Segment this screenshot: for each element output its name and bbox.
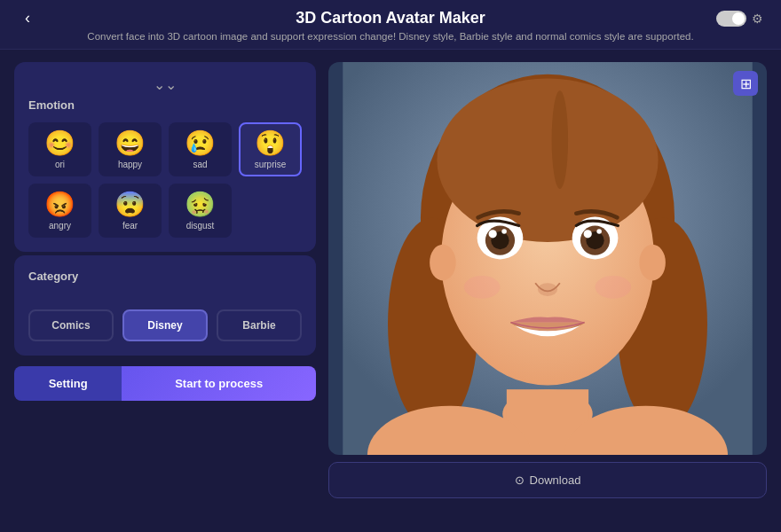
emotion-fear-emoji: 😨 bbox=[114, 192, 146, 217]
setting-button[interactable]: Setting bbox=[14, 366, 122, 401]
emotion-disgust[interactable]: 🤢 disgust bbox=[169, 184, 232, 238]
emotion-sad-emoji: 😢 bbox=[185, 131, 216, 156]
download-bar[interactable]: ⊙ Download bbox=[328, 462, 767, 498]
svg-point-18 bbox=[596, 229, 602, 234]
download-icon: ⊙ bbox=[515, 473, 525, 487]
emotion-surprise[interactable]: 😲 surprise bbox=[239, 122, 302, 176]
emotion-disgust-label: disgust bbox=[186, 221, 215, 231]
chevron-down-icon: ⌄⌄ bbox=[154, 76, 177, 93]
svg-point-22 bbox=[430, 245, 456, 281]
emotion-happy-emoji: 😄 bbox=[114, 131, 146, 156]
emotion-angry-label: angry bbox=[49, 221, 71, 231]
action-buttons: Setting Start to process bbox=[14, 366, 316, 401]
emotion-grid: 😊 ori 😄 happy 😢 sad 😲 surprise bbox=[28, 122, 302, 238]
header-subtitle: Convert face into 3D cartoon image and s… bbox=[87, 31, 693, 42]
category-disney-button[interactable]: Disney bbox=[122, 309, 208, 341]
category-comics-button[interactable]: Comics bbox=[28, 309, 114, 341]
header-controls: ⚙ bbox=[716, 11, 763, 27]
svg-point-20 bbox=[464, 276, 501, 299]
avatar-preview: ⊞ bbox=[328, 62, 767, 455]
main-content: ⌄⌄ Emotion 😊 ori 😄 happy 😢 sad bbox=[0, 50, 781, 511]
app-title: 3D Cartoon Avatar Maker bbox=[296, 9, 485, 27]
start-process-button[interactable]: Start to process bbox=[122, 366, 316, 401]
emotion-happy-label: happy bbox=[118, 160, 142, 169]
left-panel: ⌄⌄ Emotion 😊 ori 😄 happy 😢 sad bbox=[14, 62, 316, 498]
emotion-angry[interactable]: 😡 angry bbox=[28, 184, 91, 238]
emotion-angry-emoji: 😡 bbox=[44, 192, 75, 217]
back-button[interactable]: ‹ bbox=[18, 5, 37, 31]
category-card: Category Comics Disney Barbie bbox=[14, 255, 316, 356]
emotion-ori[interactable]: 😊 ori bbox=[28, 122, 91, 176]
right-panel: ⊞ ⊙ Download bbox=[328, 62, 767, 498]
svg-point-21 bbox=[596, 276, 632, 299]
emotion-sad[interactable]: 😢 sad bbox=[169, 122, 232, 176]
svg-point-7 bbox=[437, 78, 658, 242]
emotion-surprise-label: surprise bbox=[255, 160, 287, 169]
svg-point-8 bbox=[552, 90, 568, 189]
app-header: ‹ 3D Cartoon Avatar Maker ⚙ Convert face… bbox=[0, 0, 781, 50]
collapse-button[interactable]: ⌄⌄ bbox=[28, 76, 302, 93]
svg-point-17 bbox=[584, 230, 592, 238]
download-label: Download bbox=[530, 473, 581, 487]
compare-icon[interactable]: ⊞ bbox=[733, 71, 758, 96]
gear-icon[interactable]: ⚙ bbox=[752, 12, 763, 26]
category-barbie-button[interactable]: Barbie bbox=[217, 309, 302, 341]
svg-point-23 bbox=[639, 245, 666, 281]
emotion-ori-label: ori bbox=[55, 160, 65, 169]
category-section-label: Category bbox=[28, 270, 302, 283]
emotion-ori-emoji: 😊 bbox=[44, 131, 75, 156]
emotion-disgust-emoji: 🤢 bbox=[185, 192, 216, 217]
split-view-icon: ⊞ bbox=[740, 75, 752, 92]
theme-toggle[interactable] bbox=[716, 11, 746, 27]
avatar-image bbox=[328, 62, 767, 455]
svg-point-12 bbox=[489, 230, 497, 238]
emotion-happy[interactable]: 😄 happy bbox=[99, 122, 162, 176]
emotion-fear[interactable]: 😨 fear bbox=[99, 184, 162, 238]
emotion-sad-label: sad bbox=[193, 160, 207, 169]
svg-point-13 bbox=[501, 229, 507, 234]
emotion-section-label: Emotion bbox=[28, 98, 302, 112]
emotion-fear-label: fear bbox=[122, 221, 138, 231]
settings-card: ⌄⌄ Emotion 😊 ori 😄 happy 😢 sad bbox=[14, 62, 316, 252]
category-buttons: Comics Disney Barbie bbox=[28, 309, 302, 341]
emotion-surprise-emoji: 😲 bbox=[255, 131, 286, 156]
